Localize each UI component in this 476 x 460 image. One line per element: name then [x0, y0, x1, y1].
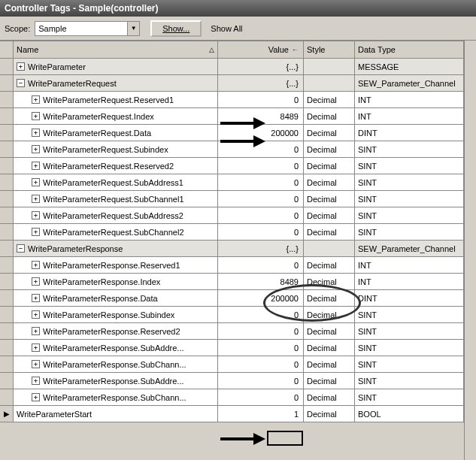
collapse-icon[interactable]: −: [17, 79, 25, 87]
tag-value-cell[interactable]: 0: [218, 191, 304, 207]
tag-name-cell[interactable]: WriteParameterStart: [14, 406, 218, 422]
expand-icon[interactable]: +: [32, 95, 40, 104]
row-selector[interactable]: ▶: [0, 406, 14, 422]
table-row[interactable]: +WriteParameterResponse.Index8489Decimal…: [0, 274, 464, 290]
table-row[interactable]: +WriteParameterRequest.SubAddress10Decim…: [0, 174, 464, 191]
tag-style-cell[interactable]: Decimal: [304, 207, 355, 224]
expand-icon[interactable]: +: [32, 310, 40, 319]
tag-value-cell[interactable]: 0: [218, 356, 304, 373]
tag-style-cell[interactable]: Decimal: [304, 323, 355, 340]
expand-icon[interactable]: +: [32, 261, 40, 269]
tag-style-cell[interactable]: Decimal: [304, 356, 355, 373]
tag-style-cell[interactable]: Decimal: [304, 141, 355, 158]
header-name[interactable]: Name △: [14, 41, 218, 59]
tag-style-cell[interactable]: Decimal: [304, 274, 355, 290]
row-selector[interactable]: [0, 174, 14, 191]
tag-name-cell[interactable]: +WriteParameterRequest.Index: [14, 108, 218, 125]
table-row[interactable]: +WriteParameterRequest.Reserved10Decimal…: [0, 92, 464, 108]
table-row[interactable]: +WriteParameterRequest.SubAddress20Decim…: [0, 207, 464, 224]
tag-value-cell[interactable]: {...}: [218, 59, 304, 75]
vertical-scrollbar[interactable]: [464, 41, 476, 460]
tag-value-cell[interactable]: 200000: [218, 290, 304, 307]
expand-icon[interactable]: +: [32, 178, 40, 186]
tag-value-cell[interactable]: 0: [218, 389, 304, 406]
row-selector[interactable]: [0, 92, 14, 108]
tag-value-cell[interactable]: 0: [218, 158, 304, 174]
table-row[interactable]: +WriteParameterResponse.Subindex0Decimal…: [0, 307, 464, 323]
row-selector[interactable]: [0, 59, 14, 75]
tag-value-cell[interactable]: 8489: [218, 274, 304, 290]
tag-style-cell[interactable]: Decimal: [304, 257, 355, 274]
tag-value-cell[interactable]: {...}: [218, 241, 304, 257]
expand-icon[interactable]: +: [32, 343, 40, 352]
tag-name-cell[interactable]: +WriteParameterRequest.Reserved2: [14, 158, 218, 174]
tag-style-cell[interactable]: Decimal: [304, 307, 355, 323]
row-selector[interactable]: [0, 125, 14, 141]
tag-style-cell[interactable]: [304, 59, 355, 75]
tag-name-cell[interactable]: +WriteParameterRequest.SubChannel1: [14, 191, 218, 207]
expand-icon[interactable]: +: [32, 327, 40, 335]
row-selector[interactable]: [0, 75, 14, 92]
expand-icon[interactable]: +: [32, 294, 40, 302]
row-selector[interactable]: [0, 307, 14, 323]
row-selector[interactable]: [0, 290, 14, 307]
table-row[interactable]: +WriteParameterResponse.SubAddre...0Deci…: [0, 340, 464, 356]
table-row[interactable]: +WriteParameterRequest.SubChannel20Decim…: [0, 224, 464, 241]
tag-value-cell[interactable]: 0: [218, 340, 304, 356]
tag-value-cell[interactable]: 8489: [218, 108, 304, 125]
tag-value-cell[interactable]: 0: [218, 92, 304, 108]
tag-style-cell[interactable]: Decimal: [304, 191, 355, 207]
table-row[interactable]: ▶WriteParameterStart1DecimalBOOL: [0, 406, 464, 422]
tag-name-cell[interactable]: −WriteParameterResponse: [14, 241, 218, 257]
tag-style-cell[interactable]: Decimal: [304, 158, 355, 174]
expand-icon[interactable]: +: [32, 211, 40, 219]
tag-name-cell[interactable]: +WriteParameterResponse.Index: [14, 274, 218, 290]
tag-style-cell[interactable]: [304, 75, 355, 92]
expand-icon[interactable]: +: [17, 62, 25, 71]
table-row[interactable]: +WriteParameter{...}MESSAGE: [0, 59, 464, 75]
table-row[interactable]: +WriteParameterRequest.Subindex0DecimalS…: [0, 141, 464, 158]
tag-name-cell[interactable]: +WriteParameterRequest.Reserved1: [14, 92, 218, 108]
table-row[interactable]: +WriteParameterResponse.SubChann...0Deci…: [0, 356, 464, 373]
tag-value-cell[interactable]: 0: [218, 373, 304, 389]
table-row[interactable]: +WriteParameterResponse.SubChann...0Deci…: [0, 389, 464, 406]
row-selector[interactable]: [0, 241, 14, 257]
table-row[interactable]: +WriteParameterResponse.Data200000Decima…: [0, 290, 464, 307]
tag-name-cell[interactable]: +WriteParameterResponse.Data: [14, 290, 218, 307]
tag-value-cell[interactable]: 1: [218, 406, 304, 422]
table-row[interactable]: +WriteParameterResponse.Reserved20Decima…: [0, 323, 464, 340]
row-selector[interactable]: [0, 108, 14, 125]
tag-value-cell[interactable]: 0: [218, 307, 304, 323]
tag-value-cell[interactable]: 0: [218, 141, 304, 158]
expand-icon[interactable]: +: [32, 129, 40, 137]
tag-name-cell[interactable]: +WriteParameterResponse.Subindex: [14, 307, 218, 323]
tag-value-cell[interactable]: 0: [218, 207, 304, 224]
header-datatype[interactable]: Data Type: [355, 41, 464, 59]
chevron-down-icon[interactable]: ▼: [127, 22, 139, 35]
row-selector[interactable]: [0, 158, 14, 174]
tag-value-cell[interactable]: {...}: [218, 75, 304, 92]
tag-name-cell[interactable]: +WriteParameterResponse.Reserved2: [14, 323, 218, 340]
table-row[interactable]: −WriteParameterRequest{...}SEW_Parameter…: [0, 75, 464, 92]
tag-style-cell[interactable]: Decimal: [304, 340, 355, 356]
tag-style-cell[interactable]: Decimal: [304, 125, 355, 141]
tag-name-cell[interactable]: +WriteParameterResponse.Reserved1: [14, 257, 218, 274]
tag-name-cell[interactable]: +WriteParameter: [14, 59, 218, 75]
tag-style-cell[interactable]: Decimal: [304, 290, 355, 307]
expand-icon[interactable]: +: [32, 360, 40, 368]
tag-style-cell[interactable]: Decimal: [304, 174, 355, 191]
tag-style-cell[interactable]: [304, 241, 355, 257]
tag-name-cell[interactable]: +WriteParameterResponse.SubAddre...: [14, 373, 218, 389]
expand-icon[interactable]: +: [32, 228, 40, 236]
row-selector[interactable]: [0, 323, 14, 340]
tag-value-cell[interactable]: 200000: [218, 125, 304, 141]
collapse-icon[interactable]: −: [17, 244, 25, 253]
row-selector[interactable]: [0, 340, 14, 356]
table-row[interactable]: −WriteParameterResponse{...}SEW_Paramete…: [0, 241, 464, 257]
tag-value-cell[interactable]: 0: [218, 224, 304, 241]
show-button[interactable]: Show...: [150, 20, 202, 37]
tag-name-cell[interactable]: +WriteParameterRequest.Data: [14, 125, 218, 141]
tag-value-cell[interactable]: 0: [218, 174, 304, 191]
tag-style-cell[interactable]: Decimal: [304, 406, 355, 422]
expand-icon[interactable]: +: [32, 162, 40, 170]
